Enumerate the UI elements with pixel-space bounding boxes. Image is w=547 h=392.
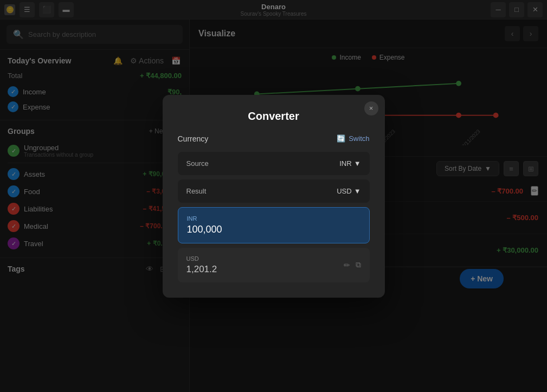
source-currency-select[interactable]: INR ▼	[339, 159, 361, 168]
source-label: Source	[186, 159, 209, 168]
result-row: Result USD ▼	[178, 179, 370, 203]
currency-label: Currency	[178, 134, 209, 143]
modal-overlay[interactable]: × Converter Currency 🔄 Switch Source INR…	[0, 0, 547, 392]
input-currency-tag: INR	[187, 215, 361, 222]
result-inner: USD 1,201.2	[186, 255, 344, 275]
switch-button[interactable]: 🔄 Switch	[337, 134, 369, 143]
copy-result-button[interactable]: ⧉	[356, 260, 361, 269]
input-box: INR	[178, 207, 370, 243]
output-currency-tag: USD	[186, 255, 344, 262]
source-currency-value: INR	[339, 159, 351, 168]
modal-title: Converter	[178, 110, 370, 123]
switch-label: Switch	[349, 134, 369, 143]
converter-modal: × Converter Currency 🔄 Switch Source INR…	[163, 95, 385, 298]
result-box: USD 1,201.2 ✏ ⧉	[178, 248, 370, 282]
result-currency-select[interactable]: USD ▼	[337, 187, 361, 195]
currency-row: Currency 🔄 Switch	[178, 134, 370, 143]
edit-result-button[interactable]: ✏	[344, 260, 350, 269]
result-label: Result	[186, 187, 207, 195]
result-currency-value: USD	[337, 187, 351, 195]
converter-input[interactable]	[187, 224, 361, 235]
source-chevron-icon: ▼	[354, 159, 361, 168]
switch-icon: 🔄	[337, 134, 345, 143]
result-icons: ✏ ⧉	[344, 260, 361, 269]
modal-close-button[interactable]: ×	[364, 101, 378, 115]
source-row: Source INR ▼	[178, 152, 370, 175]
output-value: 1,201.2	[186, 264, 344, 275]
result-chevron-icon: ▼	[354, 187, 361, 195]
